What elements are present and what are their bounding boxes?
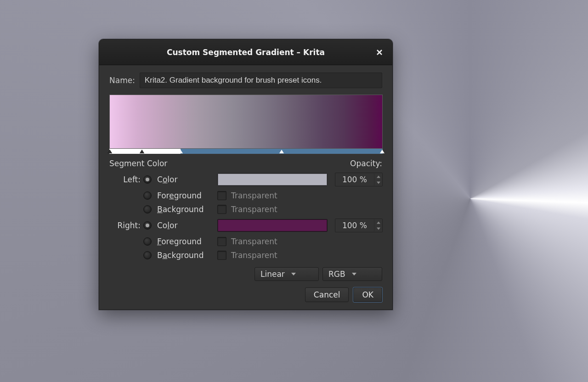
ok-button[interactable]: OK [353,287,382,302]
right-label: Right: [109,221,143,230]
right-color-swatch[interactable] [217,219,328,232]
right-fg-transparent-checkbox[interactable] [217,237,226,246]
chevron-down-icon [352,273,356,275]
left-bg-transparent-label: Transparent [231,205,277,214]
spinner-up-icon[interactable] [374,219,382,225]
stop-handle-icon[interactable] [107,150,112,153]
right-foreground-option[interactable]: Foreground [153,237,215,246]
chevron-down-icon [291,273,296,275]
segment-grid: Left: Color 100 % Foreground Transparent [109,173,382,260]
mid-handle-icon[interactable] [140,150,144,153]
segment-color-label: Segment Color [109,159,167,168]
left-color-option[interactable]: Color [153,175,215,184]
titlebar[interactable]: Custom Segmented Gradient – Krita [99,39,392,65]
dialog-title: Custom Segmented Gradient – Krita [167,48,325,57]
right-opacity-spinner[interactable]: 100 % [335,219,383,232]
dialog-body: Name: Segment Color Opacity: Left: Color… [99,65,392,309]
left-opacity-value: 100 % [335,175,374,184]
left-bg-transparent-checkbox[interactable] [217,205,226,214]
left-label: Left: [109,175,143,184]
interpolation-value: Linear [260,270,285,279]
section-headers: Segment Color Opacity: [109,159,382,168]
gradient-preview[interactable] [109,95,383,149]
gradient-area [109,95,382,154]
left-background-radio[interactable] [143,205,152,213]
left-fg-transparent-checkbox[interactable] [217,191,226,200]
right-fg-transparent-label: Transparent [231,237,277,246]
name-row: Name: [109,73,382,88]
stop-handle-icon[interactable] [178,150,183,153]
left-opacity-spinner[interactable]: 100 % [335,173,383,186]
spinner-down-icon[interactable] [374,225,382,231]
right-background-radio[interactable] [143,251,152,259]
stop-handle-icon[interactable] [380,150,384,153]
right-opacity-value: 100 % [335,221,374,230]
right-foreground-radio[interactable] [143,237,152,246]
left-color-swatch[interactable] [217,173,328,186]
right-bg-transparent-label: Transparent [231,251,277,260]
right-color-option[interactable]: Color [153,221,215,230]
left-foreground-option[interactable]: Foreground [153,191,215,200]
gradient-dialog: Custom Segmented Gradient – Krita Name: … [99,39,393,310]
close-icon [376,49,383,56]
button-row: Cancel OK [109,287,382,302]
interpolation-combo[interactable]: Linear [254,267,319,281]
name-input[interactable] [140,73,382,88]
cancel-button[interactable]: Cancel [305,287,349,302]
right-color-radio[interactable] [143,221,152,230]
spinner-up-icon[interactable] [374,174,382,180]
spinner-down-icon[interactable] [374,180,382,185]
right-bg-transparent-checkbox[interactable] [217,251,226,260]
close-button[interactable] [373,46,386,59]
right-background-option[interactable]: Background [153,251,215,260]
left-background-option[interactable]: Background [153,205,215,214]
segment-strip[interactable] [109,149,383,154]
combo-row: Linear RGB [109,267,382,281]
left-color-radio[interactable] [143,175,152,184]
opacity-label: Opacity: [350,159,382,168]
left-fg-transparent-label: Transparent [231,191,277,200]
mid-handle-icon[interactable] [279,150,284,153]
name-label: Name: [109,76,135,85]
left-foreground-radio[interactable] [143,191,152,200]
colorspace-combo[interactable]: RGB [322,267,382,281]
colorspace-value: RGB [328,270,345,279]
